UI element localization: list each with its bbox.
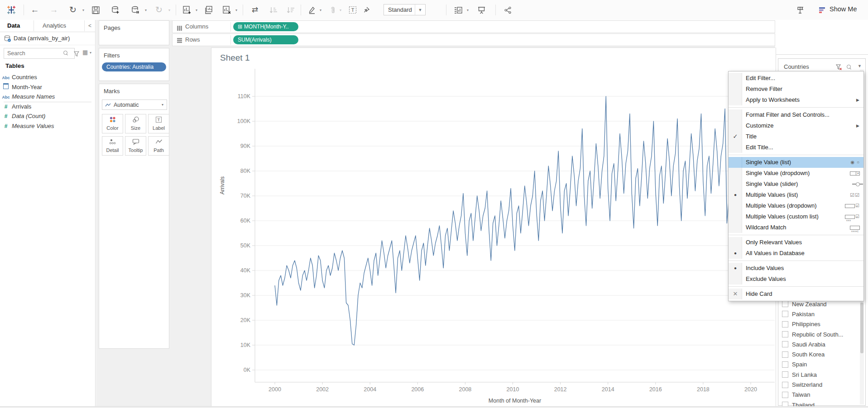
sort-descending-button[interactable] [283, 4, 297, 16]
show-me-icon[interactable] [818, 4, 827, 16]
save-button[interactable] [89, 4, 102, 16]
country-item-south-korea[interactable]: South Korea [781, 350, 825, 360]
redo-button[interactable]: → [47, 4, 61, 16]
fix-axes-pin-icon[interactable] [360, 4, 372, 16]
new-data-source-button[interactable] [109, 4, 122, 16]
duplicate-sheet-button[interactable] [202, 4, 216, 16]
country-item-republic-of-south[interactable]: Republic of South... [781, 329, 843, 339]
checkbox-icon[interactable] [782, 371, 788, 378]
rows-pill-sum-arrivals[interactable]: SUM(Arrivals) [233, 35, 298, 44]
country-item-spain[interactable]: Spain [781, 360, 807, 370]
checkbox-icon[interactable] [782, 392, 788, 398]
presentation-mode-button[interactable] [475, 4, 488, 16]
datasource-row[interactable]: Data (arrivals_by_air) [0, 32, 95, 45]
menu-item-apply-to-worksheets[interactable]: Apply to Worksheets▶ [729, 95, 863, 105]
country-item-taiwan[interactable]: Taiwan [781, 390, 810, 400]
menu-item-only-relevant-values[interactable]: Only Relevant Values [729, 237, 863, 248]
show-hide-cards-button[interactable] [451, 4, 465, 16]
view-options-icon[interactable]: ▦ [82, 49, 88, 56]
menu-item-format-filter-and-set-controls[interactable]: Format Filter and Set Controls... [729, 109, 863, 120]
field-item-data-count-[interactable]: #Data (Count) [0, 111, 95, 121]
menu-item-remove-filter[interactable]: Remove Filter [729, 84, 863, 95]
checkbox-icon[interactable] [782, 311, 788, 317]
field-item-arrivals[interactable]: #Arrivals [0, 102, 95, 112]
menu-item-single-value-list[interactable]: Single Value (list)◉ ○ [729, 157, 863, 168]
columns-shelf[interactable]: Columns ⊞MONTH(Month-Y.. [172, 20, 775, 33]
menu-item-multiple-values-custom-list[interactable]: Multiple Values (custom list)xxx☑ [729, 211, 863, 222]
field-item-month-year[interactable]: Month-Year [0, 82, 95, 92]
highlight-button[interactable] [306, 4, 318, 16]
country-item-saudi-arabia[interactable]: Saudi Arabia [781, 339, 825, 349]
sort-ascending-button[interactable] [266, 4, 280, 16]
pause-auto-updates-button[interactable] [129, 4, 142, 16]
checkbox-icon[interactable] [782, 301, 788, 307]
menu-item-single-value-dropdown[interactable]: Single Value (dropdown)▾ [729, 168, 863, 179]
columns-pill-month[interactable]: ⊞MONTH(Month-Y.. [233, 22, 298, 31]
filter-search-icon[interactable] [847, 65, 851, 69]
field-item-measure-names[interactable]: AbcMeasure Names [0, 92, 95, 102]
tooltip-flag-button[interactable] [793, 4, 807, 16]
checkbox-icon[interactable] [782, 351, 788, 358]
checkbox-icon[interactable] [782, 382, 788, 388]
menu-item-multiple-values-list[interactable]: ●Multiple Values (list)☑☑ [729, 190, 863, 200]
show-mark-labels-button[interactable]: T [347, 4, 359, 16]
collapse-pane-button[interactable]: < [88, 20, 91, 32]
new-worksheet-button[interactable] [180, 4, 194, 16]
country-item-sri-lanka[interactable]: Sri Lanka [781, 370, 817, 380]
group-members-button[interactable] [327, 4, 339, 16]
marks-color-button[interactable]: Color [102, 114, 123, 133]
undo-button[interactable]: ← [28, 4, 42, 16]
filter-card-menu-caret-icon[interactable]: ▼ [858, 64, 862, 68]
country-item-switzerland[interactable]: Switzerland [781, 380, 822, 389]
new-worksheet-caret-icon[interactable]: ▾ [196, 8, 197, 12]
filters-card[interactable]: Filters Countries: Australia [99, 48, 169, 81]
menu-item-title[interactable]: ✓Title [729, 131, 863, 142]
menu-item-edit-filter[interactable]: Edit Filter... [729, 73, 863, 84]
tab-analytics[interactable]: Analytics [43, 20, 66, 32]
rows-shelf[interactable]: Rows SUM(Arrivals) [172, 33, 775, 46]
replay-caret-icon[interactable]: ▾ [82, 8, 84, 12]
menu-item-include-values[interactable]: ●Include Values [729, 263, 863, 274]
marks-tooltip-button[interactable]: Tooltip [125, 136, 146, 156]
fit-selector-caret-icon[interactable]: ▼ [415, 5, 425, 15]
menu-item-wildcard-match[interactable]: Wildcard Matchxxxx| [729, 222, 863, 233]
expand-hierarchy-icon[interactable]: ⊞ [238, 24, 242, 30]
share-button[interactable] [501, 4, 514, 16]
checkbox-icon[interactable] [782, 321, 788, 327]
show-me-button[interactable]: Show Me [830, 5, 857, 13]
tableau-logo-icon[interactable] [5, 4, 18, 16]
pause-caret-icon[interactable]: ▾ [145, 8, 147, 12]
country-item-philippines[interactable]: Philippines [781, 319, 820, 329]
marks-label-button[interactable]: T Label [148, 114, 169, 133]
clear-sheet-caret-icon[interactable]: ▾ [235, 8, 237, 12]
marks-card[interactable]: Marks Automatic ▾ Color [99, 84, 169, 349]
checkbox-icon[interactable] [782, 331, 788, 337]
menu-item-all-values-in-database[interactable]: ●All Values in Database [729, 248, 863, 259]
menu-item-customize[interactable]: Customize▶ [729, 120, 863, 131]
filter-fields-icon[interactable] [74, 50, 79, 58]
swap-rows-columns-button[interactable]: ⇄ [248, 4, 262, 16]
clear-sheet-button[interactable] [220, 4, 234, 16]
marks-size-button[interactable]: Size [125, 114, 146, 133]
checkbox-icon[interactable] [782, 361, 788, 368]
menu-item-hide-card[interactable]: ✕Hide Card [729, 289, 863, 299]
marks-detail-button[interactable]: Detail [102, 136, 123, 156]
highlight-caret-icon[interactable]: ▾ [320, 8, 321, 12]
tab-data[interactable]: Data [7, 20, 20, 32]
cards-caret-icon[interactable]: ▾ [467, 8, 469, 12]
fit-selector[interactable]: Standard ▼ [384, 4, 426, 15]
line-chart[interactable]: 0K10K20K30K40K50K60K70K80K90K100K110K200… [211, 47, 775, 406]
pages-card[interactable]: Pages [99, 20, 169, 45]
mark-type-dropdown[interactable]: Automatic ▾ [102, 100, 167, 110]
field-item-countries[interactable]: AbcCountries [0, 72, 95, 82]
filter-scrollbar-thumb[interactable] [860, 303, 863, 353]
filter-pill-countries[interactable]: Countries: Australia [102, 62, 166, 71]
checkbox-icon[interactable] [782, 341, 788, 347]
menu-item-multiple-values-dropdown[interactable]: Multiple Values (dropdown)☑ [729, 200, 863, 211]
marks-path-button[interactable]: Path [148, 136, 169, 156]
country-item-pakistan[interactable]: Pakistan [781, 309, 815, 319]
menu-item-exclude-values[interactable]: Exclude Values [729, 274, 863, 285]
menu-item-single-value-slider[interactable]: Single Value (slider) [729, 179, 863, 190]
run-update-button[interactable]: ↻ [152, 4, 166, 16]
view-options-caret-icon[interactable]: ▾ [90, 51, 91, 55]
